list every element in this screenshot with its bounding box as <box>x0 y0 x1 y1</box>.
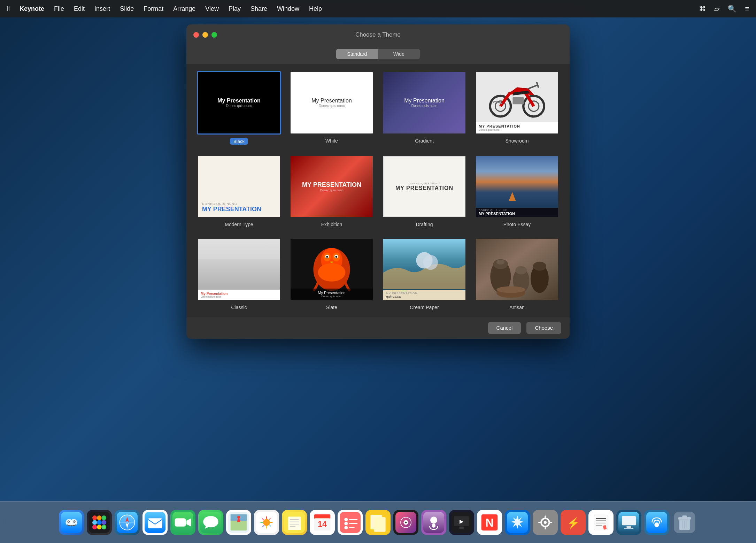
svg-rect-54 <box>175 518 186 526</box>
theme-photo-essay-label: Photo Essay <box>503 222 531 227</box>
thumb-black-sub: Donec quis nunc <box>226 104 252 108</box>
dock-item-textedit[interactable] <box>588 510 614 535</box>
siri-icon[interactable]: ⌘ <box>699 5 706 13</box>
svg-line-4 <box>528 85 538 89</box>
svg-point-35 <box>92 515 97 520</box>
exhibition-text: MY PRESENTATION Donec quis nunc <box>302 181 361 192</box>
cancel-button[interactable]: Cancel <box>488 322 521 334</box>
svg-point-14 <box>335 256 337 258</box>
classic-bridge <box>198 259 280 289</box>
svg-rect-102 <box>545 515 546 518</box>
menubar-share[interactable]: Share <box>250 5 267 13</box>
thumb-modern-preview: DONEC QUIS NUNC MY PRESENTATION <box>198 156 280 217</box>
thumb-photo-essay-preview: DONEC QUIS NUNC MY PRESENTATION <box>476 156 558 217</box>
dock-item-trash[interactable] <box>672 510 697 535</box>
artisan-img <box>476 239 558 300</box>
standard-segment[interactable]: Standard <box>336 49 378 59</box>
choose-button[interactable]: Choose <box>526 322 561 334</box>
svg-rect-117 <box>626 526 631 528</box>
thumb-gradient-title: My Presentation <box>404 98 445 104</box>
dock-item-reeder[interactable]: ⚡ <box>561 510 586 535</box>
textedit-icon <box>588 510 614 535</box>
dock-item-news[interactable]: N <box>477 510 502 535</box>
dock-item-podcasts[interactable] <box>421 510 446 535</box>
dock-item-photos[interactable] <box>254 510 279 535</box>
finder-icon <box>59 510 84 535</box>
airplay-icon[interactable]: ▱ <box>714 5 719 13</box>
dock-item-calendar[interactable]: 14 FEB <box>310 510 335 535</box>
theme-exhibition[interactable]: MY PRESENTATION Donec quis nunc Exhibiti… <box>290 155 374 228</box>
dock-item-reminders[interactable] <box>338 510 363 535</box>
dock-item-messages[interactable] <box>198 510 223 535</box>
menubar-window[interactable]: Window <box>277 5 299 13</box>
dock-item-maps[interactable] <box>226 510 251 535</box>
dock: 14 FEB <box>0 501 756 543</box>
control-center-icon[interactable]: ≡ <box>745 5 749 13</box>
minimize-button[interactable] <box>202 32 208 38</box>
thumb-drafting-preview: DONEC QUIS NUNC MY PRESENTATION <box>383 156 465 217</box>
svg-rect-116 <box>622 516 636 525</box>
thumb-slate-preview: My Presentation Donec quis nunc <box>291 239 373 300</box>
svg-point-20 <box>496 260 505 265</box>
dock-item-notes[interactable] <box>282 510 307 535</box>
theme-showroom[interactable]: MY PRESENTATION Donec quis nunc Showroom <box>475 71 559 145</box>
dock-item-airdrop[interactable] <box>644 510 669 535</box>
dock-item-facetime[interactable] <box>170 510 195 535</box>
dock-item-stickies[interactable] <box>365 510 391 535</box>
launchpad-icon <box>87 510 112 535</box>
svg-point-62 <box>263 519 270 526</box>
theme-gradient[interactable]: My Presentation Donec quis nunc Gradient <box>382 71 466 145</box>
menubar-arrange[interactable]: Arrange <box>173 5 195 13</box>
podcasts-icon <box>421 510 446 535</box>
theme-artisan[interactable]: MY PRESENTATION DONEC QUIS NUNC Artisan <box>475 238 559 310</box>
cream-text: MY PRESENTATION quis nunc <box>383 290 465 300</box>
search-icon[interactable]: 🔍 <box>728 5 736 13</box>
safari-icon <box>115 510 140 535</box>
menubar-insert[interactable]: Insert <box>94 5 110 13</box>
theme-photo-essay[interactable]: DONEC QUIS NUNC MY PRESENTATION Photo Es… <box>475 155 559 228</box>
menubar-file[interactable]: File <box>54 5 64 13</box>
theme-classic[interactable]: My Presentation Lorem ipsum dolor Classi… <box>197 238 281 310</box>
theme-grid: My Presentation Donec quis nunc Black My… <box>186 64 570 317</box>
menubar-keynote[interactable]: Keynote <box>20 5 44 13</box>
theme-black[interactable]: My Presentation Donec quis nunc Black <box>197 71 281 145</box>
pe-small: DONEC QUIS NUNC <box>479 209 555 212</box>
wide-segment[interactable]: Wide <box>378 49 420 59</box>
pe-title: MY PRESENTATION <box>479 212 555 216</box>
theme-black-thumbnail: My Presentation Donec quis nunc <box>197 71 281 135</box>
dock-item-appstore[interactable] <box>505 510 530 535</box>
menubar-edit[interactable]: Edit <box>74 5 85 13</box>
dock-item-mail[interactable] <box>142 510 168 535</box>
theme-white[interactable]: My Presentation Donec quis nunc White <box>290 71 374 145</box>
dock-item-keynote[interactable] <box>616 510 641 535</box>
menubar-slide[interactable]: Slide <box>120 5 134 13</box>
svg-point-101 <box>544 521 547 523</box>
dock-item-finder[interactable] <box>59 510 84 535</box>
theme-drafting[interactable]: DONEC QUIS NUNC MY PRESENTATION Drafting <box>382 155 466 228</box>
menubar-view[interactable]: View <box>205 5 219 13</box>
cream-big: quis nunc <box>386 295 463 299</box>
menubar-right-icons: ⌘ ▱ 🔍 ≡ <box>699 5 749 13</box>
menubar-format[interactable]: Format <box>144 5 163 13</box>
dock-item-launchpad[interactable] <box>87 510 112 535</box>
dock-item-music[interactable] <box>393 510 418 535</box>
theme-cream-paper[interactable]: MY PRESENTATION quis nunc Cream Paper <box>382 238 466 310</box>
theme-drafting-thumbnail: DONEC QUIS NUNC MY PRESENTATION <box>382 155 466 219</box>
theme-gradient-thumbnail: My Presentation Donec quis nunc <box>382 71 466 135</box>
menubar-help[interactable]: Help <box>309 5 322 13</box>
theme-slate[interactable]: My Presentation Donec quis nunc Slate <box>290 238 374 310</box>
dock-item-systemprefs[interactable] <box>533 510 558 535</box>
theme-slate-label: Slate <box>326 305 337 310</box>
dock-item-tv[interactable]: ▶ <box>449 510 474 535</box>
thumb-gradient-preview: My Presentation Donec quis nunc <box>383 72 465 133</box>
theme-row-2: DONEC QUIS NUNC MY PRESENTATION Modern T… <box>197 155 559 228</box>
dock-item-safari[interactable] <box>115 510 140 535</box>
apple-menu[interactable]:  <box>7 4 10 13</box>
svg-point-22 <box>515 266 527 275</box>
menubar-play[interactable]: Play <box>229 5 241 13</box>
close-button[interactable] <box>193 32 199 38</box>
theme-modern-type[interactable]: DONEC QUIS NUNC MY PRESENTATION Modern T… <box>197 155 281 228</box>
zoom-button[interactable] <box>211 32 217 38</box>
artisan-pots-svg <box>476 239 558 300</box>
desktop: Choose a Theme Standard Wide My Presenta… <box>0 17 756 501</box>
